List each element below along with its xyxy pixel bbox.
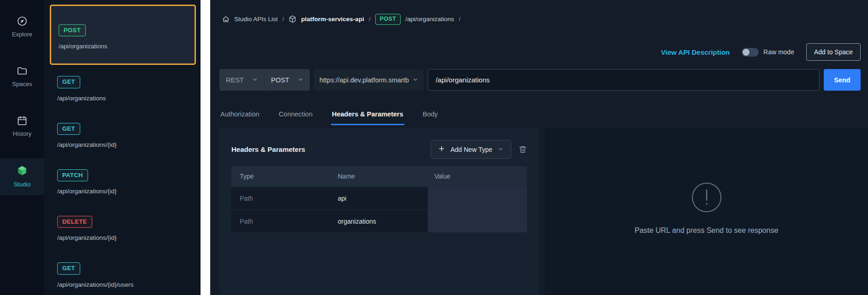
raw-mode-control: Raw mode <box>742 48 794 57</box>
rail-label: Explore <box>12 31 32 38</box>
param-type-cell: Path <box>231 210 338 232</box>
endpoint-item[interactable]: POST /api/organizations <box>50 5 196 65</box>
endpoint-path: /api/organizations/{id} <box>57 234 117 241</box>
tab-authorization[interactable]: Authorization <box>219 107 260 125</box>
tab-body[interactable]: Body <box>422 107 439 125</box>
explore-icon <box>17 16 28 27</box>
headers-parameters-panel: Headers & Parameters Add New Type <box>219 128 539 295</box>
view-api-description-link[interactable]: View API Description <box>661 48 730 56</box>
rail-label: Studio <box>14 181 31 188</box>
table-row[interactable]: Path organizations <box>231 209 527 232</box>
panel-header: Headers & Parameters Add New Type <box>231 140 527 159</box>
breadcrumb-endpoint-path[interactable]: /api/organizations <box>405 16 454 23</box>
main-area: Studio APIs List / platform-services-api… <box>210 0 868 295</box>
endpoint-item[interactable]: GET /api/organizations <box>50 71 196 108</box>
param-value-cell[interactable] <box>428 210 527 232</box>
api-studio-window: Explore Spaces History Studio POST /api/… <box>0 0 868 295</box>
chevron-down-icon <box>298 76 303 84</box>
endpoint-path: /api/organizations <box>59 43 107 50</box>
method-badge: PATCH <box>57 169 88 181</box>
request-tabs: Authorization Connection Headers & Param… <box>219 107 439 125</box>
plus-icon <box>438 145 445 153</box>
package-icon <box>289 15 296 23</box>
breadcrumb-separator: / <box>283 16 284 23</box>
rail-item-spaces[interactable]: Spaces <box>0 59 44 95</box>
method-badge: GET <box>57 262 80 274</box>
breadcrumb-separator: / <box>369 16 371 23</box>
rail-item-history[interactable]: History <box>0 109 44 145</box>
alert-circle-icon <box>691 182 722 214</box>
method-badge: POST <box>59 24 86 36</box>
method-value: POST <box>271 76 289 84</box>
endpoint-path: /api/organizations/{id}/users <box>57 281 134 288</box>
method-badge: GET <box>57 123 80 135</box>
request-bar: REST POST https://api.dev.platform.smart… <box>219 69 861 91</box>
endpoint-item[interactable]: DELETE /api/organizations/{id} <box>50 211 196 248</box>
history-calendar-icon <box>17 115 28 126</box>
params-table: Type Name Value Path api Path organizati… <box>231 166 527 232</box>
breadcrumb-method-badge: POST <box>375 14 401 25</box>
endpoint-path: /api/organizations/{id} <box>57 188 117 195</box>
chevron-down-icon <box>252 76 258 84</box>
protocol-value: REST <box>226 76 244 84</box>
app-rail: Explore Spaces History Studio <box>0 0 44 295</box>
endpoint-path: /api/organizations/{id} <box>57 141 117 148</box>
trash-icon[interactable] <box>519 145 527 154</box>
tab-connection[interactable]: Connection <box>278 107 313 125</box>
chevron-down-icon <box>413 76 418 84</box>
protocol-dropdown[interactable]: REST <box>219 69 265 91</box>
param-type-cell: Path <box>231 187 338 209</box>
raw-mode-toggle[interactable] <box>742 48 759 57</box>
breadcrumb-separator: / <box>459 16 461 23</box>
col-header-value: Value <box>428 166 527 186</box>
col-header-name: Name <box>338 166 428 186</box>
method-badge: DELETE <box>57 216 92 228</box>
breadcrumb-api-name[interactable]: platform-services-api <box>301 16 364 23</box>
param-value-cell[interactable] <box>428 187 527 209</box>
param-name-cell: organizations <box>338 210 428 232</box>
endpoint-item[interactable]: PATCH /api/organizations/{id} <box>50 165 196 201</box>
breadcrumb-studio-apis-list[interactable]: Studio APIs List <box>234 16 278 23</box>
panel-actions: Add New Type <box>431 140 527 159</box>
response-empty-message: Paste URL and press Send to see response <box>635 226 779 235</box>
response-panel: Paste URL and press Send to see response <box>545 128 868 295</box>
add-to-space-button[interactable]: Add to Space <box>806 43 861 61</box>
rail-item-explore[interactable]: Explore <box>0 9 44 45</box>
panel-title: Headers & Parameters <box>231 145 305 153</box>
breadcrumb: Studio APIs List / platform-services-api… <box>222 14 461 25</box>
spaces-folder-icon <box>17 65 28 76</box>
rail-label: Spaces <box>12 81 32 87</box>
studio-cube-icon <box>16 165 28 177</box>
home-icon[interactable] <box>222 16 230 23</box>
sidebar-scrollbar-track[interactable] <box>201 0 210 295</box>
method-dropdown[interactable]: POST <box>265 69 310 91</box>
send-button[interactable]: Send <box>824 69 861 91</box>
tab-headers-parameters[interactable]: Headers & Parameters <box>331 107 404 125</box>
rail-item-studio[interactable]: Studio <box>0 158 44 195</box>
raw-mode-label: Raw mode <box>763 48 794 56</box>
rail-label: History <box>13 130 31 137</box>
add-new-type-label: Add New Type <box>450 146 492 153</box>
base-url-dropdown[interactable]: https://api.dev.platform.smartb <box>314 69 424 91</box>
table-row[interactable]: Path api <box>231 186 527 209</box>
protocol-method-group: REST POST <box>219 69 310 91</box>
table-header-row: Type Name Value <box>231 166 527 186</box>
base-url-value: https://api.dev.platform.smartb <box>319 76 409 84</box>
chevron-down-icon <box>498 146 503 153</box>
content-area: Headers & Parameters Add New Type <box>219 128 868 295</box>
endpoints-sidebar: POST /api/organizations GET /api/organiz… <box>44 0 201 295</box>
header-controls: View API Description Raw mode Add to Spa… <box>661 43 861 61</box>
toggle-knob <box>743 49 750 56</box>
param-name-cell: api <box>338 187 428 209</box>
col-header-type: Type <box>231 166 338 186</box>
add-new-type-button[interactable]: Add New Type <box>431 140 511 159</box>
endpoint-path: /api/organizations <box>57 95 106 102</box>
endpoint-item[interactable]: GET /api/organizations/{id} <box>50 118 196 155</box>
endpoint-item[interactable]: GET /api/organizations/{id}/users <box>50 258 196 294</box>
method-badge: GET <box>57 76 80 88</box>
request-path-input[interactable] <box>428 69 820 91</box>
